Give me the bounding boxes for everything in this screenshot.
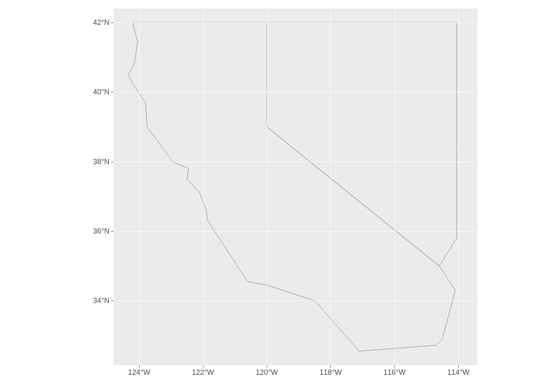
gridline-horizontal — [114, 22, 478, 23]
y-tick-mark — [111, 22, 114, 23]
map-svg — [114, 9, 478, 365]
chart-container: 124°W122°W120°W118°W116°W114°W34°N36°N38… — [0, 0, 549, 392]
gridline-horizontal — [114, 231, 478, 232]
gridline-vertical — [139, 9, 140, 365]
x-tick-mark — [203, 365, 203, 368]
gridline-horizontal — [114, 162, 478, 162]
x-tick-label: 124°W — [128, 368, 150, 377]
gridline-vertical — [395, 9, 395, 365]
x-tick-label: 114°W — [447, 368, 469, 377]
gridline-horizontal — [114, 92, 478, 92]
gridline-vertical — [267, 9, 267, 365]
x-tick-label: 120°W — [256, 368, 278, 377]
y-tick-label: 34°N — [93, 296, 109, 305]
gridline-horizontal — [114, 301, 478, 301]
y-tick-label: 40°N — [93, 88, 109, 96]
x-tick-label: 118°W — [319, 368, 341, 377]
plot-panel: 124°W122°W120°W118°W116°W114°W34°N36°N38… — [114, 9, 478, 365]
x-tick-mark — [330, 365, 331, 368]
y-tick-mark — [111, 92, 114, 92]
y-tick-label: 36°N — [93, 227, 109, 236]
gridline-vertical — [330, 9, 331, 365]
x-tick-mark — [139, 365, 140, 368]
gridline-vertical — [203, 9, 203, 365]
x-tick-label: 116°W — [384, 368, 406, 377]
x-tick-mark — [458, 365, 459, 368]
x-tick-label: 122°W — [192, 368, 214, 377]
gridline-vertical — [458, 9, 459, 365]
y-tick-mark — [111, 301, 114, 301]
y-tick-label: 42°N — [93, 18, 109, 27]
y-tick-label: 38°N — [93, 157, 109, 166]
x-tick-mark — [395, 365, 395, 368]
y-tick-mark — [111, 162, 114, 162]
y-tick-mark — [111, 231, 114, 232]
x-tick-mark — [267, 365, 267, 368]
